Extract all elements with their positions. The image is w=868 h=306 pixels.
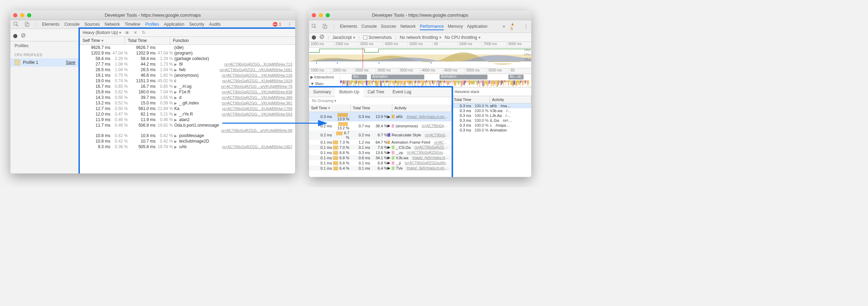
source-link[interactable]: rs=…: [503, 118, 512, 122]
col-self-time[interactable]: Self Time ▾: [80, 37, 125, 44]
table-row[interactable]: 0.1 ms6.8 %0.6 ms34.1 %▶VJb.wa /maps/_/j…: [309, 155, 451, 160]
table-row[interactable]: 0.3 ms100.0 %aKb /ma…: [452, 103, 531, 108]
titlebar[interactable]: Developer Tools - https://www.google.com…: [309, 10, 531, 20]
detail-ruler[interactable]: 1500 ms2000 ms2500 ms3000 ms3500 ms4000 …: [309, 68, 531, 74]
table-row[interactable]: 0.3 ms100.0 %VJb.wa /…: [452, 108, 531, 113]
source-link[interactable]: rs=ACT90oGqRZGG…VKUlgM95Hw:381: [222, 101, 292, 105]
tab-security[interactable]: Security: [189, 21, 204, 27]
tab-application[interactable]: Application: [467, 23, 487, 29]
js-select[interactable]: JavaScript ▾: [332, 35, 355, 40]
atab-call-tree[interactable]: Call Tree: [364, 87, 389, 97]
tab-elements[interactable]: Elements: [42, 21, 59, 27]
device-icon[interactable]: [323, 24, 328, 29]
tab-application[interactable]: Application: [164, 21, 184, 27]
tab-audits[interactable]: Audits: [209, 21, 220, 27]
tab-sources[interactable]: Sources: [84, 21, 100, 27]
table-row[interactable]: 9626.7 ms9626.7 ms(idle): [80, 45, 295, 50]
col-function[interactable]: Function: [170, 37, 295, 44]
tab-timeline[interactable]: Timeline: [125, 21, 140, 27]
chevron-right-icon[interactable]: ▶: [174, 62, 177, 66]
tab-memory[interactable]: Memory: [448, 23, 463, 29]
source-link[interactable]: rs=ACT90oGqRZGG…KUlgM95Hw:1799: [222, 107, 292, 111]
chevron-right-icon[interactable]: ▶: [387, 150, 390, 155]
table-row[interactable]: 11.7 ms0.46 %506.9 ms19.82 %Oda.b.port1.…: [80, 122, 295, 128]
error-badge[interactable]: ⛔ 1: [273, 22, 281, 27]
table-row[interactable]: 0.3 ms100.0 %iL.Ga rs=…: [452, 118, 531, 123]
table-row[interactable]: 0.1 ms7.3 %1.2 ms64.7 %Animation Frame F…: [309, 140, 451, 145]
view-dropdown[interactable]: Heavy (Bottom Up) ▾: [83, 30, 121, 35]
interactions-lane[interactable]: ▶ Interactions: [309, 74, 340, 80]
profile-item[interactable]: Profile 1 Save: [10, 58, 80, 67]
source-link[interactable]: rs=ACT90oGqRZGG…VKUlgM95Hw:838: [222, 90, 292, 94]
source-link[interactable]: rs=ACT90oGqRZGG…wVKUlgM95Hw:88: [221, 128, 292, 133]
grouping-select[interactable]: No Grouping ▾: [309, 97, 451, 104]
hs-table[interactable]: 0.3 ms100.0 %aKb /ma…0.3 ms100.0 %VJb.wa…: [452, 103, 531, 133]
anim-block[interactable]: An…on: [508, 75, 524, 79]
source-link[interactable]: rs=ACT90oGqRZGG…VKUlgM95Hw:389: [222, 95, 292, 100]
chevron-right-icon[interactable]: ▶: [387, 145, 390, 150]
inspect-icon[interactable]: [13, 22, 19, 27]
source-link[interactable]: /maps/_/js/k=maps.m.en.ye…: [412, 156, 449, 160]
col-activity[interactable]: Activity: [490, 96, 531, 103]
chevron-right-icon[interactable]: ▶: [387, 124, 390, 128]
col-self-time[interactable]: Self Time ▾: [309, 104, 351, 112]
table-row[interactable]: 0.3 ms100.0 %LJb.Aa /…: [452, 113, 531, 118]
record-button[interactable]: [13, 34, 17, 38]
overview-chart[interactable]: FPS CPU NET: [309, 48, 531, 68]
tab-performance[interactable]: Performance: [420, 23, 444, 30]
source-link[interactable]: /…: [506, 113, 510, 118]
chevron-right-icon[interactable]: ▶: [387, 166, 390, 170]
chevron-right-icon[interactable]: ▶: [387, 114, 390, 119]
cpu-throttle[interactable]: No CPU throttling ▾: [445, 35, 481, 40]
source-link[interactable]: /maps/_/js/k=maps.m.en.yeALR…: [407, 166, 449, 170]
warn-badge[interactable]: ▲ 6: [511, 22, 518, 31]
chevron-right-icon[interactable]: ▶: [174, 118, 177, 122]
device-icon[interactable]: [24, 22, 30, 27]
screenshots-checkbox[interactable]: Screenshots: [363, 35, 392, 40]
record-button[interactable]: [312, 35, 316, 40]
network-throttle[interactable]: No network throttling ▾: [400, 35, 441, 40]
clear-icon[interactable]: [21, 33, 26, 39]
table-row[interactable]: 27.7 ms1.08 %44.2 ms1.73 %▶t9rs=ACT90oGq…: [80, 61, 295, 67]
table-row[interactable]: 0.2 ms13.2 %0.7 ms38.4 %▶(anonymous) rs=…: [309, 121, 451, 131]
table-row[interactable]: 0.1 ms6.8 %0.1 ms6.8 %▶_.ji rs=ACT90oGqR…: [309, 160, 451, 165]
inspect-icon[interactable]: [312, 24, 317, 29]
atab-summary[interactable]: Summary: [309, 87, 335, 97]
table-row[interactable]: 12.0 ms0.47 %82.1 ms3.21 %▶_.rYe.Rrs=ACT…: [80, 111, 295, 117]
table-row[interactable]: 10.8 ms0.42 %10.8 ms0.42 %▶postMessage: [80, 133, 295, 138]
source-link[interactable]: /ma…: [501, 104, 511, 108]
table-row[interactable]: 58.4 ms2.29 %58.4 ms2.29 %(garbage colle…: [80, 56, 295, 61]
table-row[interactable]: 0.3 ms13.9 %0.3 ms13.9 %▶aKb /maps/_/js/…: [309, 112, 451, 121]
chevron-right-icon[interactable]: ▶: [174, 85, 177, 88]
source-link[interactable]: rs=ACT90oGqRZGGxuWo…: [415, 145, 449, 149]
table-row[interactable]: 0.1 ms6.8 %0.3 ms13.6 %▶_.zp rs=ACT90oGq…: [309, 150, 451, 155]
table-row[interactable]: 0.1 ms7.0 %0.1 ms7.0 %▶_.CG.Da rs=ACT90o…: [309, 145, 451, 150]
tab-console[interactable]: Console: [64, 21, 80, 27]
source-link[interactable]: rs=ACT90oGqRZGG…wVKUlgM95Hw:78: [221, 84, 292, 88]
source-link[interactable]: rs=ACT90oGqRZGG…KUlgM95Hw:1807: [222, 145, 292, 149]
menu-icon[interactable]: ⋮: [523, 24, 528, 29]
source-link[interactable]: rs=ACT90oGqRZGG…VKUlgM95Hw:593: [222, 112, 292, 116]
chevron-right-icon[interactable]: ▶: [174, 145, 177, 149]
table-row[interactable]: 16.7 ms0.65 %16.7 ms0.65 %▶_.H.ogrs=ACT9…: [80, 84, 295, 89]
table-row[interactable]: 19.0 ms0.74 %1151.3 ms45.02 %crs=ACT90oG…: [80, 78, 295, 84]
chevron-right-icon[interactable]: ▶: [174, 101, 177, 105]
table-row[interactable]: 13.2 ms0.52 %15.0 ms0.59 %▶_.gK.indexrs=…: [80, 100, 295, 106]
overview-ruler[interactable]: 1000 ms2000 ms3000 ms4000 ms5000 ms60100…: [309, 42, 531, 48]
source-link[interactable]: rs=ACT90oGqRZGG…KUlgM95Hw:713: [224, 62, 292, 66]
source-link[interactable]: rs=ACT90oGqRZ…: [425, 133, 449, 137]
source-link[interactable]: rs=ACT90oGqRZGG…VKUlgM95Hw:1661: [220, 68, 292, 72]
focus-icon[interactable]: [125, 30, 130, 35]
close-icon[interactable]: ✕: [133, 30, 138, 35]
source-link[interactable]: /maps…: [496, 123, 510, 127]
source-link[interactable]: /maps/_/js/k=maps.m.en.yeALR…: [407, 115, 449, 119]
tab-elements[interactable]: Elements: [340, 23, 357, 29]
source-link[interactable]: rs=ACT90oGqRZGG…KUlgM95Hw:1929: [222, 79, 292, 83]
overflow-icon[interactable]: »: [503, 24, 505, 29]
atab-bottom-up[interactable]: Bottom-Up: [335, 87, 363, 97]
table-row[interactable]: 0.3 ms100.0 %Animation: [452, 128, 531, 133]
table-row[interactable]: 14.3 ms0.56 %39.7 ms1.55 %▶drs=ACT90oGqR…: [80, 95, 295, 100]
chevron-right-icon[interactable]: ▶: [387, 161, 390, 165]
tab-console[interactable]: Console: [361, 23, 377, 29]
tab-sources[interactable]: Sources: [381, 23, 396, 29]
